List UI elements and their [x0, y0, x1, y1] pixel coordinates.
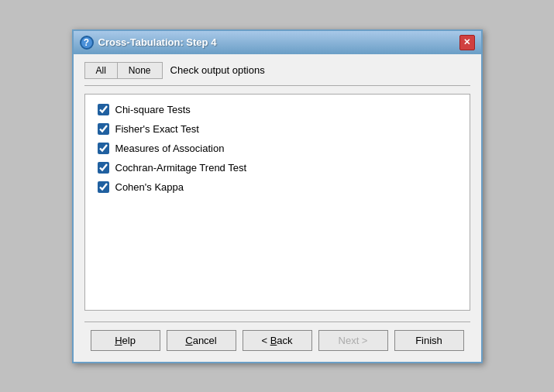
dialog-window: ? Cross-Tabulation: Step 4 ✕ All None Ch… — [72, 29, 483, 363]
cohens-kappa-checkbox[interactable] — [98, 181, 109, 193]
title-bar: ? Cross-Tabulation: Step 4 ✕ — [74, 31, 481, 54]
next-button[interactable]: Next > — [318, 330, 388, 351]
chi-square-checkbox[interactable] — [98, 104, 109, 115]
checkbox-item-fishers: Fisher's Exact Test — [98, 123, 457, 135]
help-button[interactable]: Help — [91, 330, 160, 351]
content-area: Chi-square Tests Fisher's Exact Test Mea… — [84, 94, 470, 311]
back-button[interactable]: < Back — [243, 330, 312, 351]
all-button[interactable]: All — [84, 62, 117, 79]
cochran-armitage-checkbox[interactable] — [98, 162, 109, 174]
help-icon: ? — [80, 36, 94, 50]
chi-square-label: Chi-square Tests — [115, 104, 191, 115]
finish-button[interactable]: Finish — [394, 330, 464, 351]
title-bar-left: ? Cross-Tabulation: Step 4 — [80, 36, 217, 50]
bottom-buttons: Help Cancel < Back Next > Finish — [84, 330, 470, 351]
checkbox-item-cohens: Cohen's Kappa — [98, 181, 457, 193]
fishers-exact-checkbox[interactable] — [98, 123, 109, 135]
none-button[interactable]: None — [117, 62, 163, 79]
cochran-armitage-label: Cochran-Armitage Trend Test — [115, 162, 247, 174]
checkbox-item-cochran: Cochran-Armitage Trend Test — [98, 162, 457, 174]
fishers-exact-label: Fisher's Exact Test — [115, 123, 199, 135]
bottom-divider — [84, 322, 470, 322]
close-button[interactable]: ✕ — [459, 35, 475, 50]
dialog-title: Cross-Tabulation: Step 4 — [98, 36, 217, 48]
toolbar-description: Check output options — [163, 62, 273, 78]
checkbox-item-chi-square: Chi-square Tests — [98, 104, 457, 115]
measures-assoc-label: Measures of Association — [115, 143, 225, 154]
cohens-kappa-label: Cohen's Kappa — [115, 181, 184, 193]
checkbox-item-measures: Measures of Association — [98, 143, 457, 154]
dialog-body: All None Check output options Chi-square… — [74, 54, 481, 362]
toolbar: All None Check output options — [84, 62, 470, 86]
measures-assoc-checkbox[interactable] — [98, 143, 109, 154]
cancel-button[interactable]: Cancel — [167, 330, 236, 351]
